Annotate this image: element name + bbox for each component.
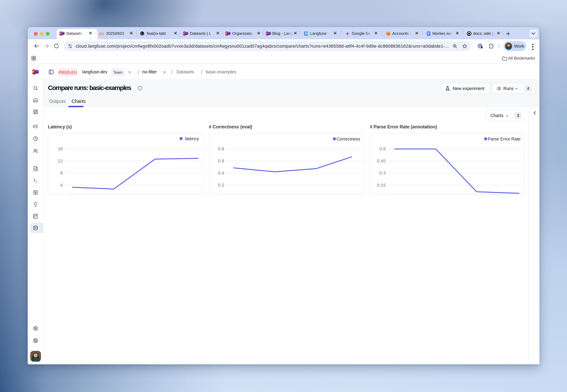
svg-text:0.15: 0.15	[377, 182, 386, 188]
svg-text:6: 6	[305, 32, 307, 35]
svg-text:0.6: 0.6	[379, 146, 386, 151]
svg-text:0.3: 0.3	[379, 170, 386, 175]
svg-text:12: 12	[58, 158, 63, 163]
svg-text:16: 16	[58, 146, 63, 151]
svg-text:Parse Error Rate: Parse Error Rate	[488, 137, 521, 141]
svg-text:8: 8	[60, 170, 63, 175]
svg-text:0.8: 0.8	[218, 146, 224, 151]
svg-text:Correctness: Correctness	[337, 137, 360, 141]
svg-text:4: 4	[60, 182, 63, 188]
svg-text:0.45: 0.45	[377, 158, 386, 163]
svg-text:0.6: 0.6	[218, 158, 224, 163]
svg-text:latency: latency	[185, 136, 199, 141]
svg-text:0.2: 0.2	[218, 182, 224, 188]
svg-text:0.4: 0.4	[218, 170, 224, 175]
